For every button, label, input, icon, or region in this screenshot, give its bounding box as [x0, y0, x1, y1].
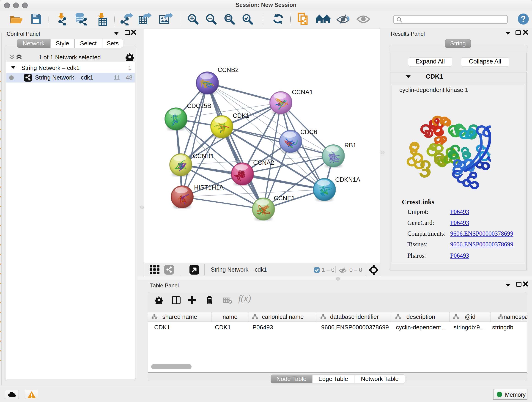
svg-text:CCNB1: CCNB1 [193, 153, 214, 160]
svg-text:CDC25B: CDC25B [187, 102, 211, 109]
svg-text:CCNA1: CCNA1 [292, 89, 313, 96]
svg-text:CCNA2: CCNA2 [253, 159, 274, 166]
svg-text:CDC6: CDC6 [300, 128, 317, 135]
svg-text:CCNB2: CCNB2 [218, 66, 239, 73]
svg-text:HIST1H1A: HIST1H1A [194, 184, 224, 191]
svg-text:CDK1: CDK1 [233, 112, 249, 119]
svg-text:CDKN1A: CDKN1A [335, 176, 360, 183]
svg-text:RB1: RB1 [344, 142, 356, 149]
svg-text:CCNE1: CCNE1 [274, 195, 295, 202]
svg-text:?: ? [521, 14, 526, 24]
